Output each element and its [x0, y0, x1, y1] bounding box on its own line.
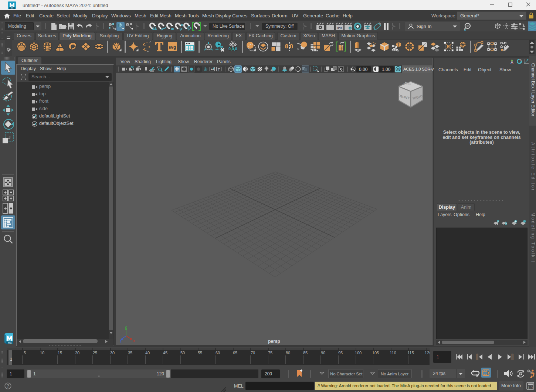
svg-text:ON: ON: [397, 68, 400, 70]
svg-text:svg: svg: [169, 45, 176, 50]
svg-text:x: x: [464, 28, 466, 31]
svg-text:AYA: AYA: [8, 342, 12, 344]
svg-text:y: y: [125, 325, 127, 329]
svg-text:?: ?: [7, 384, 9, 389]
svg-text:{;}: {;}: [527, 386, 533, 389]
svg-text:T: T: [218, 67, 220, 71]
svg-text:AYA: AYA: [11, 7, 13, 9]
svg-text:IPR: IPR: [337, 27, 342, 29]
svg-text:0,0,0: 0,0,0: [228, 47, 237, 51]
